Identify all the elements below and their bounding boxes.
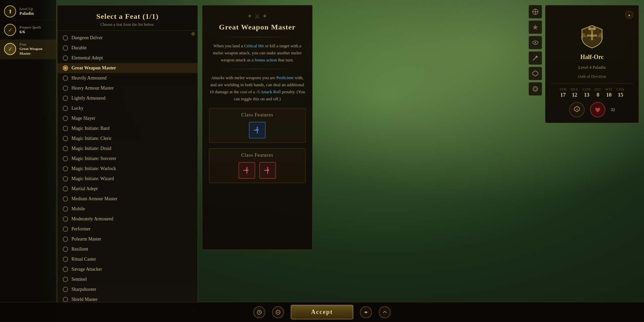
feat-item-magic-warlock[interactable]: Magic Initiate: Warlock xyxy=(57,164,198,174)
char-emblem xyxy=(579,23,605,50)
sidebar-icon-5[interactable] xyxy=(529,67,542,80)
bottom-btn-left2[interactable] xyxy=(272,306,284,318)
feat-item-lucky[interactable]: Lucky xyxy=(57,103,198,113)
proficiency-bonus-icon: +1 xyxy=(574,106,580,114)
svg-line-18 xyxy=(533,57,537,60)
feat-item-magic-wizard[interactable]: Magic Initiate: Wizard xyxy=(57,174,198,184)
feat-icon: ✓ xyxy=(4,43,16,55)
stat-dex-label: DEX xyxy=(571,88,579,91)
svg-rect-8 xyxy=(264,170,269,171)
feat-name-magic-bard: Magic Initiate: Bard xyxy=(71,126,110,131)
feat-name-mage-slayer: Mage Slayer xyxy=(71,116,95,121)
feat-name-heavy-armour-master: Heavy Armour Master xyxy=(71,86,114,91)
feat-name-magic-druid: Magic Initiate: Druid xyxy=(71,146,111,151)
bottom-icon-circle-2 xyxy=(272,306,284,318)
stat-int-value: 8 xyxy=(597,92,599,98)
sidebar-icon-1[interactable] xyxy=(529,5,542,18)
char-class: Level 4 Paladin xyxy=(578,65,606,70)
feat-item-heavily-armoured[interactable]: Heavily Armoured xyxy=(57,73,198,83)
stat-str: STR 17 xyxy=(559,88,567,98)
sidebar-icon-3[interactable] xyxy=(529,36,542,49)
feat-item-durable[interactable]: Durable xyxy=(57,43,198,53)
feat-radio-magic-druid xyxy=(63,146,68,151)
feat-radio-moderately-armoured xyxy=(63,216,68,222)
feat-radio-heavy-armour-master xyxy=(63,86,68,91)
sidebar-item-level-up[interactable]: ⬆ Level Up Paladin xyxy=(0,3,56,20)
char-expand-button[interactable]: ▲ xyxy=(625,11,633,19)
feat-name-durable: Durable xyxy=(71,45,87,51)
stat-wis-value: 10 xyxy=(606,92,611,98)
sidebar-item-prepare-spells[interactable]: ✓ Prepare Spells 6/6 xyxy=(0,21,56,39)
feat-name-ritual-caster: Ritual Caster xyxy=(71,257,96,262)
panel-divider-2 xyxy=(219,69,296,69)
bottom-icon-circle-3 xyxy=(360,306,372,318)
feat-name-savage-attacker: Savage Attacker xyxy=(71,267,102,272)
svg-rect-7 xyxy=(246,169,248,170)
feat-item-magic-cleric[interactable]: Magic Initiate: Cleric xyxy=(57,133,198,144)
stat-int: INT 8 xyxy=(595,88,601,98)
feat-item-mobile[interactable]: Mobile xyxy=(57,204,198,214)
proficiency-bonus-button[interactable]: +1 xyxy=(569,102,585,117)
stats-row: STR 17 DEX 12 CON 13 INT 8 WIS 10 CHA 15 xyxy=(551,88,633,98)
feat-item-martial-adept[interactable]: Martial Adept xyxy=(57,184,198,194)
feat-radio-performer xyxy=(63,226,68,232)
feat-name-heavily-armoured: Heavily Armoured xyxy=(71,75,107,81)
feat-item-sharpshooter[interactable]: Sharpshooter xyxy=(57,284,198,294)
feat-item-lightly-armoured[interactable]: Lightly Armoured xyxy=(57,93,198,103)
feat-item-polearm-master[interactable]: Polearm Master xyxy=(57,234,198,244)
feat-name-mobile: Mobile xyxy=(71,206,85,212)
feat-radio-sharpshooter xyxy=(63,287,68,292)
sidebar-spells-label: Prepare Spells xyxy=(19,25,41,29)
feat-name-lightly-armoured: Lightly Armoured xyxy=(71,96,106,101)
feat-item-moderately-armoured[interactable]: Moderately Armoured xyxy=(57,214,198,224)
feat-name-martial-adept: Martial Adept xyxy=(71,186,98,192)
feat-radio-ritual-caster xyxy=(63,257,68,262)
class-feature-label-1: Class Features xyxy=(241,112,273,118)
feat-radio-great-weapon-master xyxy=(63,65,68,71)
feat-list: Dungeon Delver Durable Elemental Adept G… xyxy=(57,31,198,313)
sidebar-icon-4[interactable] xyxy=(529,51,542,65)
level-up-icon: ⬆ xyxy=(4,5,16,17)
feat-item-sentinel[interactable]: Sentinel xyxy=(57,274,198,284)
feat-item-elemental-adept[interactable]: Elemental Adept xyxy=(57,53,198,63)
feat-radio-medium-armour-master xyxy=(63,196,68,202)
feat-item-medium-armour-master[interactable]: Medium Armour Master xyxy=(57,194,198,204)
class-feature-icon-2b xyxy=(259,162,276,179)
feat-name-magic-sorcerer: Magic Initiate: Sorcerer xyxy=(71,156,116,161)
left-sidebar: ⬆ Level Up Paladin ✓ Prepare Spells 6/6 … xyxy=(0,0,56,322)
feat-item-mage-slayer[interactable]: Mage Slayer xyxy=(57,113,198,123)
stat-cha-label: CHA xyxy=(616,88,625,91)
bottom-btn-left1[interactable] xyxy=(253,306,265,318)
sidebar-item-feat[interactable]: ✓ Feat Great Weapon Master xyxy=(0,40,56,59)
feat-item-savage-attacker[interactable]: Savage Attacker xyxy=(57,264,198,274)
stat-cha: CHA 15 xyxy=(616,88,625,98)
feat-name-medium-armour-master: Medium Armour Master xyxy=(71,196,117,202)
stat-wis: WIS 10 xyxy=(605,88,612,98)
accept-button[interactable]: Accept xyxy=(291,305,354,319)
feat-radio-magic-warlock xyxy=(63,166,68,171)
feat-radio-sentinel xyxy=(63,277,68,282)
feat-item-magic-druid[interactable]: Magic Initiate: Druid xyxy=(57,144,198,154)
feat-item-heavy-armour-master[interactable]: Heavy Armour Master xyxy=(57,83,198,93)
feat-item-resilient[interactable]: Resilient xyxy=(57,244,198,254)
svg-rect-3 xyxy=(256,129,259,130)
sidebar-icon-6[interactable] xyxy=(529,82,542,96)
feat-panel-title: Select a Feat (1/1) xyxy=(64,12,191,21)
panel-divider-1 xyxy=(219,37,296,37)
feat-item-performer[interactable]: Performer xyxy=(57,224,198,234)
feat-item-ritual-caster[interactable]: Ritual Caster xyxy=(57,254,198,264)
feat-name-dungeon-delver: Dungeon Delver xyxy=(71,35,103,41)
feat-name-magic-cleric: Magic Initiate: Cleric xyxy=(71,136,112,141)
feat-item-great-weapon-master[interactable]: Great Weapon Master xyxy=(57,63,198,73)
bottom-btn-right2[interactable] xyxy=(379,306,391,318)
feat-item-dungeon-delver[interactable]: Dungeon Delver xyxy=(57,33,198,43)
char-name: Half-Orc xyxy=(580,54,604,61)
feat-item-magic-bard[interactable]: Magic Initiate: Bard xyxy=(57,123,198,133)
svg-point-27 xyxy=(365,312,367,313)
feat-name-polearm-master: Polearm Master xyxy=(71,236,101,242)
bottom-btn-right1[interactable] xyxy=(360,306,372,318)
sidebar-icon-2[interactable] xyxy=(529,20,542,34)
feat-item-magic-sorcerer[interactable]: Magic Initiate: Sorcerer xyxy=(57,154,198,164)
hp-button[interactable] xyxy=(590,102,605,117)
feat-radio-magic-sorcerer xyxy=(63,156,68,161)
